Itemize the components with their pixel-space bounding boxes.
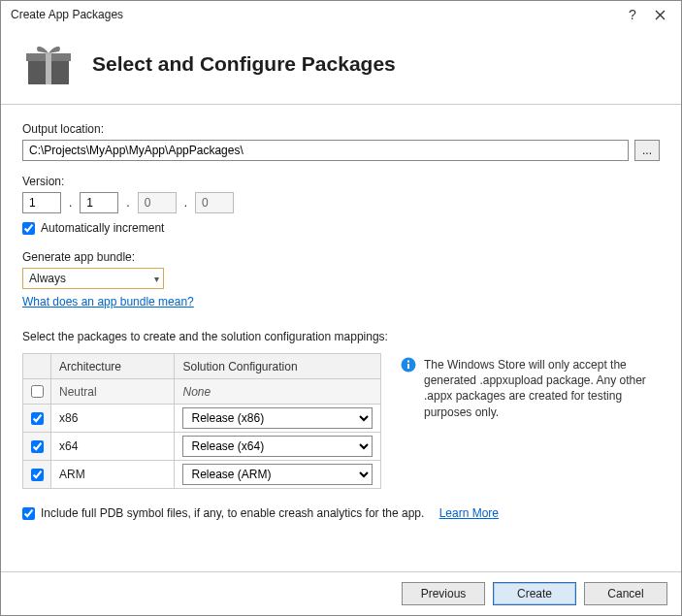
- arch-x86-checkbox[interactable]: [31, 412, 44, 425]
- info-icon: [401, 357, 416, 373]
- packages-table: Architecture Solution Configuration Neut…: [22, 353, 381, 489]
- cfg-x86-select[interactable]: Release (x86): [182, 407, 373, 429]
- info-message: The Windows Store will only accept the g…: [424, 357, 660, 420]
- ellipsis-icon: ...: [642, 144, 652, 157]
- cancel-button[interactable]: Cancel: [584, 582, 667, 605]
- table-row: Neutral None: [23, 379, 381, 405]
- arch-cell: x64: [51, 433, 175, 461]
- page-heading: Select and Configure Packages: [92, 52, 396, 76]
- cfg-x64-select[interactable]: Release (x64): [182, 436, 373, 457]
- footer: Previous Create Cancel: [1, 571, 681, 615]
- auto-increment-checkbox[interactable]: [22, 222, 35, 235]
- dialog-window: Create App Packages ? Select and Configu…: [0, 0, 682, 616]
- table-row: x86 Release (x86): [23, 405, 381, 433]
- packages-intro-label: Select the packages to create and the so…: [22, 330, 660, 343]
- table-row: x64 Release (x64): [23, 433, 381, 461]
- close-icon: [655, 10, 666, 20]
- bundle-combo[interactable]: Always ▾: [22, 268, 164, 289]
- titlebar: Create App Packages ?: [1, 1, 681, 28]
- arch-neutral-checkbox[interactable]: [31, 385, 44, 398]
- arch-arm-checkbox[interactable]: [31, 469, 44, 481]
- cfg-arm-select[interactable]: Release (ARM): [182, 464, 373, 485]
- bundle-help-link[interactable]: What does an app bundle mean?: [22, 295, 194, 308]
- version-major-input[interactable]: [22, 192, 61, 213]
- header: Select and Configure Packages: [1, 28, 681, 105]
- col-architecture: Architecture: [51, 354, 175, 379]
- chevron-down-icon: ▾: [154, 274, 159, 284]
- window-title: Create App Packages: [11, 8, 619, 21]
- arch-x64-checkbox[interactable]: [31, 440, 44, 453]
- version-revision-input: [195, 192, 234, 213]
- info-panel: The Windows Store will only accept the g…: [401, 353, 660, 420]
- version-build-input: [138, 192, 177, 213]
- svg-rect-5: [407, 361, 409, 363]
- version-label: Version:: [22, 175, 660, 188]
- auto-increment-label: Automatically increment: [41, 221, 164, 235]
- create-button[interactable]: Create: [493, 582, 576, 605]
- version-minor-input[interactable]: [80, 192, 118, 213]
- arch-cell: ARM: [51, 461, 175, 489]
- output-location-input[interactable]: [22, 140, 629, 161]
- bundle-selected-value: Always: [29, 272, 66, 285]
- svg-rect-2: [46, 53, 51, 84]
- help-button[interactable]: ?: [619, 1, 646, 28]
- arch-cell: x86: [51, 405, 175, 433]
- previous-button[interactable]: Previous: [402, 582, 485, 605]
- table-row: ARM Release (ARM): [23, 461, 381, 489]
- pdb-label: Include full PDB symbol files, if any, t…: [41, 506, 424, 520]
- bundle-label: Generate app bundle:: [22, 250, 660, 264]
- pdb-checkbox[interactable]: [22, 507, 35, 520]
- arch-cell: Neutral: [51, 379, 175, 405]
- close-button[interactable]: [646, 1, 673, 28]
- dialog-body: Output location: ... Version: . . . Auto…: [1, 105, 681, 571]
- package-icon: [22, 42, 75, 86]
- cfg-cell: None: [175, 379, 381, 405]
- output-location-label: Output location:: [22, 122, 660, 136]
- version-row: . . .: [22, 192, 660, 213]
- browse-button[interactable]: ...: [634, 140, 660, 161]
- col-checkbox: [23, 354, 51, 379]
- svg-rect-4: [407, 364, 409, 369]
- col-solution-config: Solution Configuration: [175, 354, 381, 379]
- pdb-learn-more-link[interactable]: Learn More: [439, 506, 499, 520]
